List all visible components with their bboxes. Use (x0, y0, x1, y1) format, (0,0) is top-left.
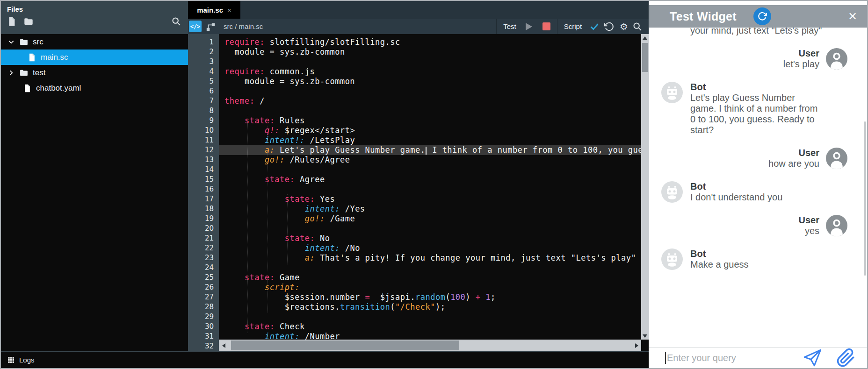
chat-message-user: Useryes (649, 215, 867, 236)
tree-item-chatbot-yaml[interactable]: chatbot.yaml (1, 80, 188, 96)
folder-icon (19, 68, 29, 78)
logs-label: Logs (19, 356, 35, 364)
code-line[interactable]: go!: /Game (219, 214, 641, 224)
code-line[interactable]: state: Agree (219, 175, 641, 184)
query-input[interactable] (667, 353, 803, 363)
bot-avatar-icon (661, 82, 683, 103)
run-test-play-icon[interactable] (526, 23, 532, 30)
restart-test-button[interactable] (753, 7, 771, 25)
close-widget-icon[interactable]: × (848, 9, 857, 23)
line-number: 12 (188, 145, 219, 155)
code-line[interactable]: require: common.js (219, 67, 641, 77)
code-line[interactable] (219, 312, 641, 322)
chat-log: your mind, just text "Lets's play"Userle… (649, 28, 867, 347)
message-text: Let's play Guess Number game. I think of… (690, 92, 824, 135)
code-line[interactable]: intent: /No (219, 243, 641, 253)
message-text: I don't understand you (690, 192, 782, 203)
code-line[interactable] (219, 106, 641, 116)
send-icon[interactable] (803, 348, 822, 368)
tree-item-main-sc[interactable]: main.sc (1, 50, 188, 65)
scroll-right-arrow[interactable] (632, 343, 641, 348)
line-number: 19 (188, 214, 219, 224)
code-lines[interactable]: require: slotfilling/slotFilling.sc modu… (219, 34, 641, 340)
code-line[interactable]: intent: /Number (219, 332, 641, 340)
code-line[interactable] (219, 57, 641, 67)
code-line[interactable] (219, 86, 641, 96)
attach-file-icon[interactable] (836, 348, 856, 368)
test-widget-panel: Test Widget × your mind, just text "Lets… (649, 1, 867, 368)
horizontal-scrollbar[interactable] (219, 340, 641, 351)
message-sender-name: Bot (690, 181, 782, 192)
line-number: 15 (188, 175, 219, 184)
chat-message-bot: BotI don't understand you (649, 181, 867, 203)
code-line[interactable]: state: Yes (219, 194, 641, 204)
editor-search-icon[interactable] (632, 21, 643, 32)
code-line[interactable]: a: That's a pity! If you change your min… (219, 253, 641, 263)
code-line[interactable]: require: slotfilling/slotFilling.sc (219, 37, 641, 47)
code-area: 1234567891011121314151617181920212223242… (188, 34, 649, 351)
code-line[interactable]: state: No (219, 234, 641, 243)
undo-icon[interactable] (604, 21, 614, 32)
line-number: 27 (188, 292, 219, 302)
code-line[interactable]: script: (219, 283, 641, 292)
code-line[interactable]: state: Rules (219, 116, 641, 126)
line-number: 1 (188, 37, 219, 47)
line-number: 11 (188, 135, 219, 145)
code-line[interactable]: q!: $regex</start> (219, 126, 641, 135)
settings-gear-icon[interactable]: ⚙ (620, 22, 628, 31)
chat-scroll-thumb[interactable] (864, 121, 866, 276)
horizontal-scroll-thumb[interactable] (231, 341, 459, 350)
visual-graph-icon[interactable] (206, 21, 216, 32)
line-number: 28 (188, 302, 219, 312)
indent-guide (247, 116, 248, 333)
chevron-down-icon[interactable] (7, 38, 15, 46)
test-widget-header: Test Widget × (649, 5, 867, 28)
code-line[interactable]: state: Check (219, 322, 641, 332)
chevron-right-icon[interactable] (7, 69, 15, 77)
code-line[interactable]: module = sys.zb-common (219, 77, 641, 86)
tab-main-sc[interactable]: main.sc × (188, 1, 240, 19)
vertical-scrollbar[interactable] (641, 34, 649, 340)
user-avatar-icon (826, 215, 847, 236)
code-line[interactable]: state: Game (219, 273, 641, 283)
new-file-icon[interactable] (7, 16, 17, 27)
validate-check-icon[interactable] (589, 21, 600, 32)
code-line[interactable]: $reactions.transition("/Check"); (219, 302, 641, 312)
new-folder-icon[interactable] (23, 16, 34, 27)
horizontal-scroll-track[interactable] (228, 340, 632, 351)
line-number: 23 (188, 253, 219, 263)
tree-item-src[interactable]: src (1, 34, 188, 50)
code-line[interactable] (219, 165, 641, 175)
code-line[interactable]: intent: /Yes (219, 204, 641, 214)
logs-bar[interactable]: Logs (1, 351, 649, 368)
code-line[interactable]: go!: /Rules/Agree (219, 155, 641, 165)
line-number: 9 (188, 116, 219, 126)
sidebar-header: Files (1, 1, 188, 34)
tree-item-test[interactable]: test (1, 65, 188, 80)
code-line[interactable]: $session.number = $jsapi.random(100) + 1… (219, 292, 641, 302)
code-line[interactable] (219, 184, 641, 194)
line-number: 24 (188, 263, 219, 273)
scroll-up-arrow[interactable] (641, 34, 649, 42)
code-line[interactable]: module = sys.zb-common (219, 47, 641, 57)
sidebar-search-icon[interactable] (171, 16, 181, 27)
code-line-current[interactable]: a: Let's play Guess Number game. I think… (219, 145, 641, 155)
code-line[interactable]: theme: / (219, 96, 641, 106)
line-number: 20 (188, 224, 219, 234)
vertical-scroll-thumb[interactable] (642, 43, 648, 72)
code-view-button[interactable]: </> (189, 21, 202, 32)
test-label: Test (503, 22, 516, 30)
scroll-down-arrow[interactable] (641, 332, 649, 340)
code-line[interactable]: intent!: /LetsPlay (219, 135, 641, 145)
tab-close-icon[interactable]: × (227, 6, 231, 14)
line-number: 30 (188, 322, 219, 332)
file-icon (27, 53, 36, 62)
toolbar-separator-2 (557, 19, 557, 34)
code-line[interactable] (219, 263, 641, 273)
scroll-left-arrow[interactable] (219, 343, 228, 348)
stop-test-icon[interactable] (542, 22, 550, 30)
tree-item-label: main.sc (41, 53, 68, 62)
code-line[interactable] (219, 224, 641, 234)
line-number: 26 (188, 283, 219, 292)
script-label: Script (564, 22, 582, 30)
